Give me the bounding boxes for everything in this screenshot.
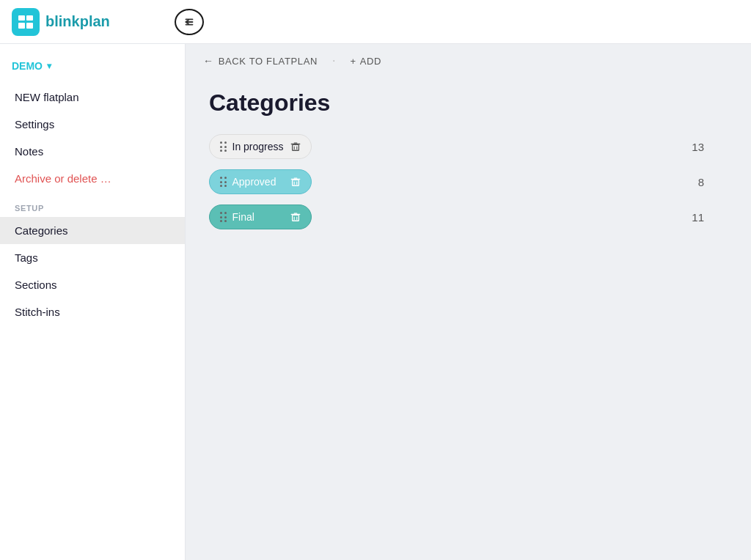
- main-content: ← BACK TO FLATPLAN · + ADD Categories In…: [186, 44, 751, 560]
- back-label: BACK TO FLATPLAN: [219, 56, 318, 67]
- svg-rect-1: [26, 15, 33, 21]
- logo-icon: [12, 8, 40, 36]
- drag-handle-icon: [220, 212, 227, 222]
- add-label: ADD: [360, 56, 381, 67]
- svg-rect-2: [18, 23, 25, 29]
- category-count: 13: [692, 141, 728, 153]
- drag-handle-icon: [220, 177, 227, 187]
- category-row: In progress 13: [209, 134, 728, 159]
- sidebar-item-sections[interactable]: Sections: [0, 271, 185, 298]
- sidebar-item-archive-delete[interactable]: Archive or delete …: [0, 165, 185, 192]
- add-icon: +: [351, 56, 356, 67]
- category-count: 8: [698, 176, 728, 188]
- add-button[interactable]: + ADD: [351, 56, 382, 67]
- category-pill-approved[interactable]: Approved: [209, 169, 312, 194]
- category-row: Final 11: [209, 205, 728, 229]
- category-pill-in-progress[interactable]: In progress: [209, 134, 312, 159]
- sidebar: DEMO ▾ NEW flatplan Settings Notes Archi…: [0, 44, 186, 560]
- sidebar-item-settings[interactable]: Settings: [0, 111, 185, 138]
- categories-list: In progress 13: [209, 134, 728, 229]
- sidebar-item-stitch-ins[interactable]: Stitch-ins: [0, 298, 185, 325]
- svg-rect-17: [293, 215, 299, 221]
- app-body: DEMO ▾ NEW flatplan Settings Notes Archi…: [0, 44, 751, 560]
- category-label: In progress: [232, 141, 285, 152]
- sidebar-item-tags[interactable]: Tags: [0, 244, 185, 271]
- logo-text: blinkplan: [45, 13, 110, 30]
- svg-rect-0: [18, 15, 25, 21]
- logo: blinkplan: [12, 8, 110, 36]
- workspace-selector[interactable]: DEMO ▾: [0, 56, 185, 84]
- category-pill-final[interactable]: Final: [209, 205, 312, 229]
- collapse-sidebar-button[interactable]: [175, 9, 204, 35]
- sidebar-item-notes[interactable]: Notes: [0, 138, 185, 165]
- delete-category-button[interactable]: [290, 177, 301, 187]
- topbar: ← BACK TO FLATPLAN · + ADD: [186, 44, 751, 78]
- workspace-name: DEMO: [12, 60, 43, 72]
- delete-category-button[interactable]: [290, 141, 301, 152]
- back-arrow-icon: ←: [203, 55, 214, 67]
- sidebar-item-categories[interactable]: Categories: [0, 217, 185, 244]
- drag-handle-icon: [220, 141, 227, 152]
- svg-rect-12: [293, 180, 299, 185]
- page-title: Categories: [209, 89, 728, 117]
- chevron-down-icon: ▾: [47, 61, 51, 71]
- category-label: Final: [232, 211, 285, 223]
- svg-rect-7: [293, 144, 299, 150]
- category-count: 11: [692, 211, 728, 224]
- delete-category-button[interactable]: [290, 212, 301, 222]
- svg-rect-3: [26, 23, 33, 29]
- setup-section-label: SETUP: [0, 192, 185, 217]
- categories-content: Categories In progress: [186, 78, 751, 560]
- topbar-divider: ·: [332, 54, 335, 67]
- sidebar-nav-top: NEW flatplan Settings Notes Archive or d…: [0, 84, 185, 192]
- back-to-flatplan-link[interactable]: ← BACK TO FLATPLAN: [203, 55, 318, 67]
- category-row: Approved 8: [209, 169, 728, 194]
- sidebar-item-new-flatplan[interactable]: NEW flatplan: [0, 84, 185, 111]
- category-label: Approved: [232, 176, 285, 188]
- sidebar-nav-setup: Categories Tags Sections Stitch-ins: [0, 217, 185, 325]
- app-header: blinkplan: [0, 0, 751, 44]
